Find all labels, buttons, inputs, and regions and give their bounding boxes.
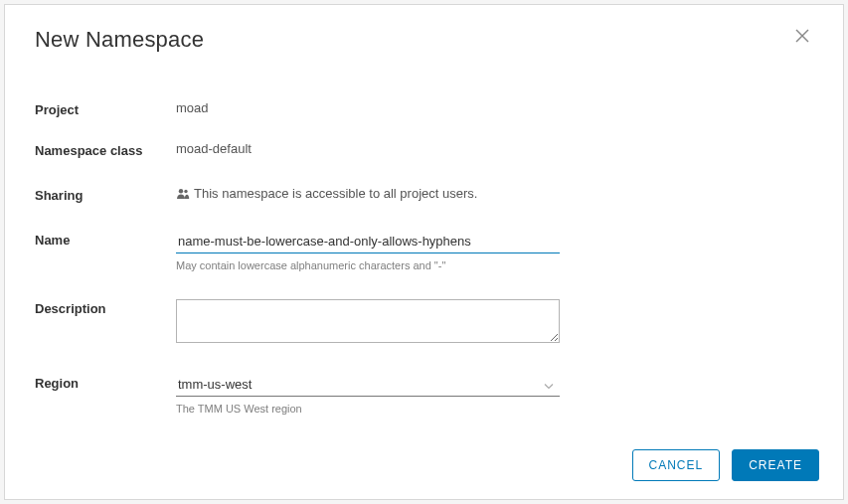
label-name: Name [35,231,176,248]
row-project: Project moad [35,100,813,117]
row-name: Name May contain lowercase alphanumeric … [35,231,813,271]
sharing-text: This namespace is accessible to all proj… [194,186,477,201]
label-project: Project [35,100,176,117]
row-description: Description [35,299,813,346]
dialog-title: New Namespace [35,27,204,53]
value-namespace-class: moad-default [176,141,252,156]
cancel-button[interactable]: CANCEL [632,449,721,481]
region-helper: The TMM US West region [176,403,813,415]
label-sharing: Sharing [35,186,176,203]
description-input[interactable] [176,299,560,343]
name-helper: May contain lowercase alphanumeric chara… [176,259,813,271]
region-selected-value: tmm-us-west [178,377,252,392]
label-description: Description [35,299,176,316]
svg-point-3 [184,189,187,192]
create-button[interactable]: CREATE [732,449,819,481]
users-icon [176,188,190,200]
value-project: moad [176,100,209,115]
form: Project moad Namespace class moad-defaul… [35,100,813,415]
row-region: Region tmm-us-west The TMM US West regio… [35,374,813,415]
region-select[interactable]: tmm-us-west [176,374,560,397]
dialog-header: New Namespace [35,27,813,53]
row-sharing: Sharing This namespace is accessible to … [35,186,813,203]
dialog-footer: CANCEL CREATE [632,449,819,481]
name-input[interactable] [176,231,560,253]
chevron-down-icon [544,378,554,393]
new-namespace-dialog: New Namespace Project moad Namespace cla… [4,4,844,500]
svg-point-2 [179,189,183,193]
label-namespace-class: Namespace class [35,141,176,158]
label-region: Region [35,374,176,391]
close-icon [795,29,809,43]
row-namespace-class: Namespace class moad-default [35,141,813,158]
close-button[interactable] [791,27,813,45]
